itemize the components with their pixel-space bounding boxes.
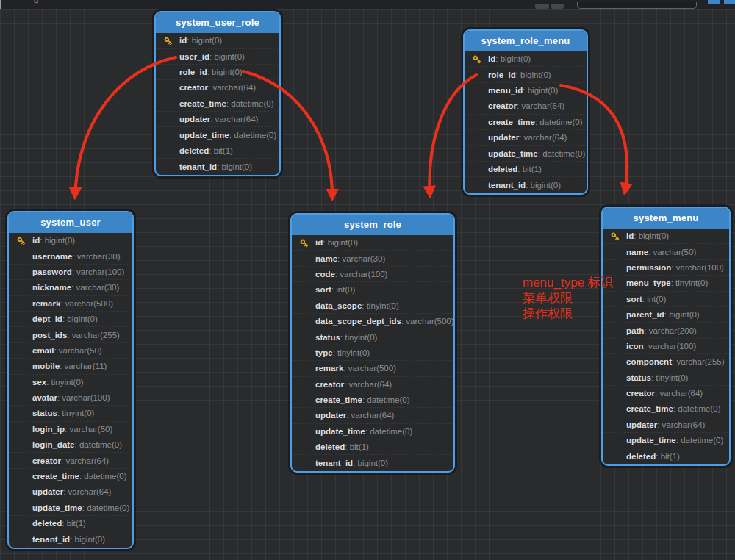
field-row[interactable]: login_ipvarchar(50) <box>9 422 132 437</box>
field-row[interactable]: deletedbit(1) <box>603 448 729 464</box>
field-row[interactable]: idbigint(0) <box>156 33 279 49</box>
field-row[interactable]: updatervarchar(64) <box>603 417 729 433</box>
field-type: varchar(30) <box>72 252 120 261</box>
field-row[interactable]: nicknamevarchar(30) <box>9 280 132 295</box>
field-row[interactable]: create_timedatetime(0) <box>465 115 587 130</box>
field-name: email <box>32 346 54 355</box>
field-row[interactable]: deletedbit(1) <box>465 162 587 177</box>
field-row[interactable]: updatervarchar(64) <box>465 130 587 146</box>
field-row[interactable]: statustinyint(0) <box>603 370 729 386</box>
field-row[interactable]: menu_typetinyint(0) <box>603 276 729 291</box>
field-row[interactable]: remarkvarchar(500) <box>292 361 453 376</box>
toolbar-search-input[interactable] <box>577 2 697 9</box>
field-row[interactable]: idbigint(0) <box>465 51 587 67</box>
field-row[interactable]: sextinyint(0) <box>9 375 132 390</box>
field-row[interactable]: codevarchar(100) <box>292 267 453 282</box>
field-row[interactable]: mobilevarchar(11) <box>9 359 132 374</box>
field-row[interactable]: namevarchar(30) <box>292 251 453 266</box>
table-title[interactable]: system_user_role <box>156 12 279 33</box>
primary-key-icon <box>300 238 315 248</box>
table-system-role[interactable]: system_role idbigint(0) namevarchar(30) … <box>290 213 455 473</box>
field-row[interactable]: sortint(0) <box>292 282 453 298</box>
field-type: int(0) <box>642 295 667 304</box>
field-row[interactable]: permissionvarchar(100) <box>603 260 729 276</box>
field-row[interactable]: data_scopetinyint(0) <box>292 298 453 314</box>
field-row[interactable]: namevarchar(50) <box>603 244 729 259</box>
field-row[interactable]: deletedbit(1) <box>156 143 279 159</box>
field-type: varchar(64) <box>210 115 258 123</box>
field-row[interactable]: componentvarchar(255) <box>603 354 729 370</box>
table-title[interactable]: system_menu <box>603 208 729 229</box>
field-name: menu_id <box>488 86 523 95</box>
table-system-menu[interactable]: system_menu idbigint(0) namevarchar(50) … <box>601 207 731 466</box>
toolbar-button-1[interactable] <box>535 4 549 9</box>
field-row[interactable]: usernamevarchar(30) <box>9 248 132 264</box>
field-row[interactable]: idbigint(0) <box>9 233 132 248</box>
field-name: sort <box>315 285 331 294</box>
field-row[interactable]: data_scope_dept_idsvarchar(500) <box>292 314 453 329</box>
toolbar-action-button-1[interactable] <box>708 0 720 4</box>
field-row[interactable]: user_idbigint(0) <box>156 49 279 64</box>
field-row[interactable]: login_datedatetime(0) <box>9 437 132 453</box>
table-title[interactable]: system_user <box>9 212 132 233</box>
field-row[interactable]: pathvarchar(200) <box>603 323 729 338</box>
field-row[interactable]: typetinyint(0) <box>292 345 453 361</box>
table-title[interactable]: system_role_menu <box>465 31 587 51</box>
field-row[interactable]: creatorvarchar(64) <box>156 80 279 96</box>
field-row[interactable]: create_timedatetime(0) <box>9 469 132 484</box>
field-row[interactable]: menu_idbigint(0) <box>465 83 587 98</box>
field-row[interactable]: tenant_idbigint(0) <box>292 455 453 470</box>
field-row[interactable]: update_timedatetime(0) <box>465 146 587 161</box>
field-type: varchar(64) <box>517 101 564 110</box>
field-type: varchar(200) <box>644 326 697 335</box>
field-row[interactable]: update_timedatetime(0) <box>603 433 729 448</box>
field-row[interactable]: post_idsvarchar(255) <box>9 327 132 342</box>
field-type: varchar(100) <box>335 270 388 279</box>
field-name: updater <box>179 115 210 123</box>
field-row[interactable]: idbigint(0) <box>603 229 729 244</box>
field-row[interactable]: updatervarchar(64) <box>9 484 132 500</box>
field-row[interactable]: create_timedatetime(0) <box>603 401 729 417</box>
field-row[interactable]: idbigint(0) <box>292 235 453 251</box>
field-type: bigint(0) <box>664 310 700 319</box>
field-row[interactable]: updatervarchar(64) <box>156 112 279 127</box>
field-row[interactable]: statustinyint(0) <box>9 406 132 421</box>
field-row[interactable]: role_idbigint(0) <box>156 65 279 80</box>
toolbar-action-button-2[interactable] <box>724 0 735 4</box>
field-row[interactable]: creatorvarchar(64) <box>603 386 729 401</box>
table-system-role-menu[interactable]: system_role_menu idbigint(0) role_idbigi… <box>463 29 588 195</box>
field-row[interactable]: role_idbigint(0) <box>465 67 587 82</box>
field-row[interactable]: create_timedatetime(0) <box>156 96 279 112</box>
field-row[interactable]: create_timedatetime(0) <box>292 392 453 408</box>
field-row[interactable]: parent_idbigint(0) <box>603 307 729 323</box>
field-row[interactable]: dept_idbigint(0) <box>9 312 132 327</box>
field-row[interactable]: creatorvarchar(64) <box>9 453 132 468</box>
field-row[interactable]: passwordvarchar(100) <box>9 265 132 280</box>
field-row[interactable]: emailvarchar(50) <box>9 343 132 359</box>
field-row[interactable]: statustinyint(0) <box>292 329 453 345</box>
field-row[interactable]: updatervarchar(64) <box>292 408 453 423</box>
field-name: status <box>315 333 340 342</box>
field-row[interactable]: update_timedatetime(0) <box>292 424 453 439</box>
field-type: datetime(0) <box>673 404 721 413</box>
field-row[interactable]: update_timedatetime(0) <box>156 127 279 143</box>
table-title[interactable]: system_role <box>292 215 453 235</box>
table-system-user-role[interactable]: system_user_role idbigint(0) user_idbigi… <box>154 11 281 176</box>
toolbar-button-2[interactable] <box>551 4 564 9</box>
field-row[interactable]: tenant_idbigint(0) <box>9 531 132 547</box>
table-system-user[interactable]: system_user idbigint(0) usernamevarchar(… <box>7 211 134 549</box>
field-row[interactable]: tenant_idbigint(0) <box>156 159 279 174</box>
field-name: status <box>32 409 57 417</box>
field-row[interactable]: deletedbit(1) <box>9 516 132 531</box>
field-name: updater <box>315 411 346 420</box>
field-row[interactable]: update_timedatetime(0) <box>9 500 132 516</box>
field-row[interactable]: deletedbit(1) <box>292 439 453 455</box>
field-row[interactable]: iconvarchar(100) <box>603 339 729 354</box>
field-row[interactable]: creatorvarchar(64) <box>292 377 453 392</box>
field-row[interactable]: remarkvarchar(500) <box>9 296 132 312</box>
diagram-canvas[interactable]: g system_user_role idbigint(0) user_idbi… <box>0 0 735 560</box>
field-row[interactable]: creatorvarchar(64) <box>465 98 587 114</box>
field-row[interactable]: avatarvarchar(100) <box>9 390 132 406</box>
field-row[interactable]: sortint(0) <box>603 292 729 307</box>
field-row[interactable]: tenant_idbigint(0) <box>465 177 587 193</box>
